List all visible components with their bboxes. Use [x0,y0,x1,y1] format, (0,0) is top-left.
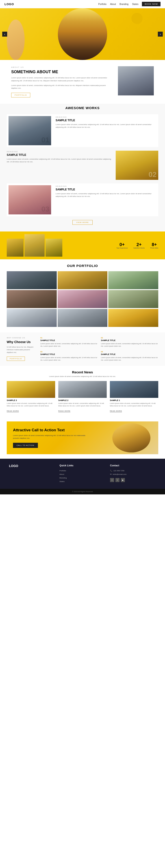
news-item-2: SAMPLE 1 Lorem ipsum dolor sit amet, con… [110,381,158,412]
hero-arrow-right[interactable]: › [158,32,163,37]
why-desc: Ut elit tellus lacus tur nis. Aliquam in… [7,346,36,354]
why-item-title-2: SAMPLE TITLE [40,353,98,355]
cta-desc: Lorem ipsum dolor sit amet consectetur a… [13,434,90,440]
work-image-2: 02 [116,151,158,180]
port-img-2 [58,271,108,289]
footer-contact-title: Contact [110,464,156,467]
work-label-3: HEADING [56,185,157,187]
why-item-desc-0: Lorem ipsum dolor sit amet, consectetur … [40,342,98,347]
cta-content: Attractive Call to Action Text Lorem ips… [13,428,90,448]
why-item-desc-3: Lorem ipsum dolor sit amet, consectetur … [101,356,158,362]
about-section: ABOUT US SOMETHING ABOUT ME Lorem ipsum … [0,60,165,104]
stat-item-1: 2+ Satisfied Clients [133,242,144,249]
why-portfolio-button[interactable]: PORTFOLIO [7,356,25,361]
footer-quick-links: Quick Links Portfolio About Branding Sta… [59,464,105,484]
news-item-1: SAMPLE 2 Lorem ipsum dolor sit amet, con… [58,381,107,412]
about-desc-1: Lorem ipsum dolor sit amet, consectetur … [11,76,111,83]
work-desc-2: Lorem ipsum dolor sit amet, consectetur … [7,158,111,163]
navbar: LOGO Portfolio About Branding States BOO… [0,0,165,8]
portfolio-section: OUR PORTFOLIO [0,259,165,332]
news-read-more-1[interactable]: READ MORE [58,410,70,412]
news-grid: SAMPLE 3 Lorem ipsum dolor sit amet, con… [7,381,158,412]
about-label: ABOUT US [11,66,111,68]
about-text-content: ABOUT US SOMETHING ABOUT ME Lorem ipsum … [11,66,111,97]
footer-link-branding[interactable]: Branding [59,476,105,480]
footer-quick-links-title: Quick Links [59,464,105,467]
why-item-2: 03 SAMPLE TITLE Lorem ipsum dolor sit am… [40,351,98,362]
work-title-2: SAMPLE TITLE [7,153,111,156]
cta-person-image [109,422,154,454]
work-label-2: HEADING [7,151,111,153]
social-youtube-icon[interactable]: ▶ [121,478,125,482]
stat-number-0: 0+ [117,242,128,247]
why-item-title-1: SAMPLE TITLE [101,339,158,341]
work-item-2: 02 HEADING SAMPLE TITLE Lorem ipsum dolo… [7,151,158,180]
nav-logo: LOGO [4,2,14,6]
work-image-1: 01 [8,116,51,145]
about-title: SOMETHING ABOUT ME [11,70,111,74]
nav-link-states[interactable]: States [132,3,138,5]
social-twitter-icon[interactable]: t [116,478,120,482]
about-desc-2: Lorem ipsum dolor sit amet, consectetur … [11,84,111,90]
footer-email: ✉ hello@email.com [110,473,156,476]
stat-number-1: 2+ [133,242,144,247]
news-intro: Lorem ipsum dolor sit amet consectetur a… [7,375,158,377]
email-icon: ✉ [110,473,112,476]
nav-link-about[interactable]: About [110,3,116,5]
footer-phone: 📞 123 456 7256 [110,469,156,473]
book-now-button[interactable]: BOOK NOW [142,2,161,6]
footer-link-about[interactable]: About [59,473,105,476]
nav-link-portfolio[interactable]: Portfolio [98,3,106,5]
why-item-num-3: 04 [101,351,158,353]
stat-label-1: Satisfied Clients [133,247,144,249]
footer-brand: LOGO [9,464,55,484]
why-item-num-1: 02 [101,337,158,339]
footer-bottom: © 2024 All Rights Reserved [0,489,165,494]
port-img-3 [108,271,158,289]
work-desc-3: Lorem ipsum dolor sit amet, consectetur … [56,192,157,198]
about-portfolio-button[interactable]: PORTFOLIO [11,93,30,97]
stat-img-1 [7,239,24,257]
news-title-0: SAMPLE 3 [7,399,55,401]
social-facebook-icon[interactable]: f [110,478,114,482]
footer: LOGO Quick Links Portfolio About Brandin… [0,459,165,489]
works-section-title: AWESOME WORKS [7,106,158,110]
port-img-5 [58,290,108,308]
why-item-desc-1: Lorem ipsum dolor sit amet, consectetur … [101,342,158,347]
view-more-wrap: VIEW MORE [7,220,158,225]
news-read-more-2[interactable]: READ MORE [110,410,122,412]
phone-number: 123 456 7256 [113,469,124,473]
news-section-title: Recent News [7,370,158,374]
works-section: AWESOME WORKS 01 HEADING SAMPLE TITLE Lo… [0,104,165,231]
nav-links: Portfolio About Branding States BOOK NOW [98,2,161,6]
footer-link-portfolio[interactable]: Portfolio [59,469,105,473]
work-image-3: 03 [8,185,51,214]
why-item-title-0: SAMPLE TITLE [40,339,98,341]
footer-logo: LOGO [9,464,55,468]
hero-arrow-left[interactable]: ‹ [2,32,7,37]
stats-images [7,234,112,257]
email-address: hello@email.com [113,473,126,476]
port-img-4 [7,290,57,308]
about-image [118,66,154,95]
stat-img-3 [45,239,62,257]
view-more-button[interactable]: VIEW MORE [72,220,93,225]
stat-label-0: Year Experience [117,247,128,249]
nav-link-branding[interactable]: Branding [120,3,128,5]
why-item-desc-2: Lorem ipsum dolor sit amet, consectetur … [40,356,98,362]
stat-item-2: 8+ Photo Edits [150,242,158,249]
portfolio-grid [7,271,158,328]
news-section: Recent News Lorem ipsum dolor sit amet c… [0,366,165,417]
footer-social: f t ▶ [110,478,156,482]
news-img-1 [58,381,107,398]
news-read-more-0[interactable]: READ MORE [7,410,19,412]
work-title-1: SAMPLE TITLE [56,119,157,122]
work-item-1: 01 HEADING SAMPLE TITLE Lorem ipsum dolo… [7,114,158,147]
why-item-title-3: SAMPLE TITLE [101,353,158,355]
news-desc-2: Lorem ipsum dolor sit amet, consectetur … [110,402,158,407]
cta-title: Attractive Call to Action Text [13,428,90,432]
why-item-num-2: 03 [40,351,98,353]
cta-button[interactable]: CALL TO ACTION [13,443,38,448]
news-img-2 [110,381,158,398]
footer-link-states[interactable]: States [59,480,105,484]
